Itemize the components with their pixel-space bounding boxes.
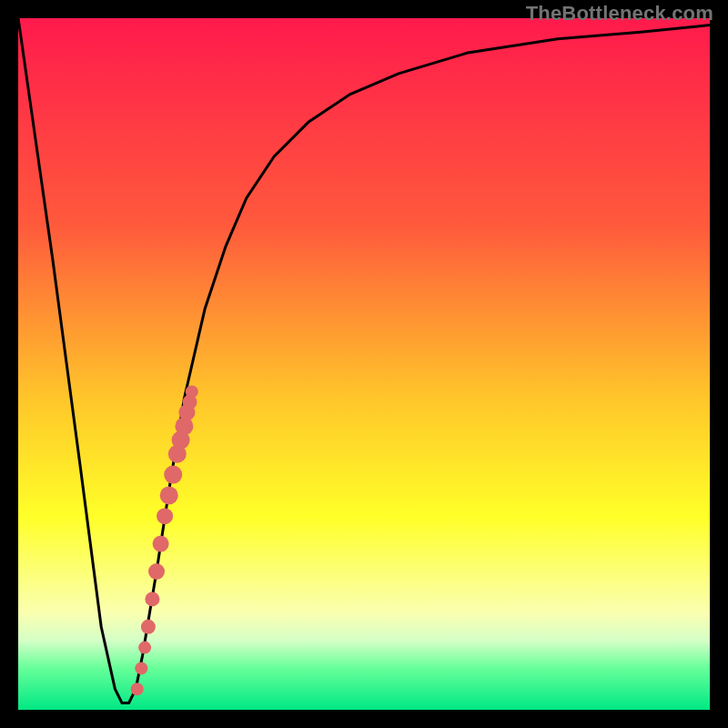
marker-dot: [135, 662, 147, 674]
watermark-label: TheBottleneck.com: [526, 2, 713, 25]
marker-dot: [148, 563, 165, 580]
marker-dot: [138, 642, 151, 654]
marker-dot: [186, 385, 198, 398]
marker-dot: [145, 592, 159, 606]
marker-dot: [131, 682, 144, 695]
marker-dot: [141, 620, 156, 634]
chart-plot: [18, 18, 710, 710]
marker-dot: [157, 508, 173, 524]
marker-dot: [153, 536, 169, 552]
marker-dot: [160, 486, 178, 504]
chart-frame: TheBottleneck.com: [0, 0, 728, 728]
gradient-background: [18, 18, 710, 710]
marker-dot: [164, 466, 182, 484]
